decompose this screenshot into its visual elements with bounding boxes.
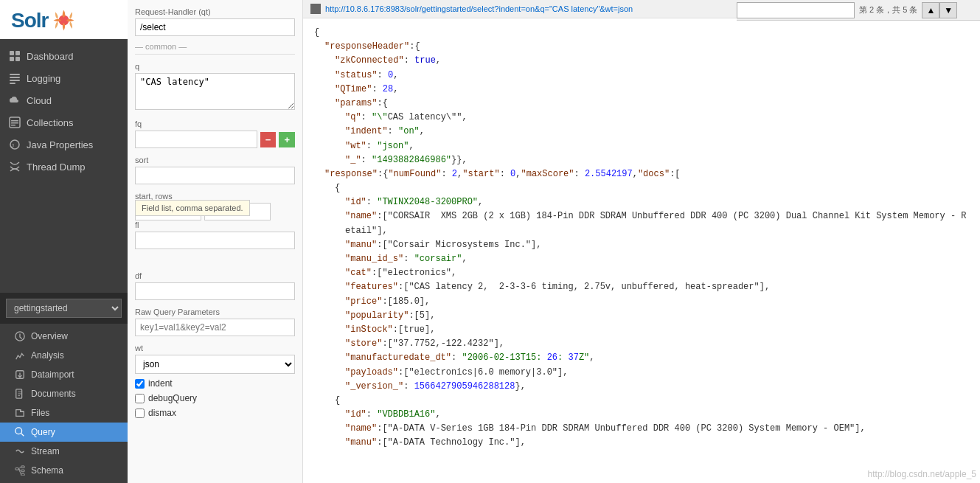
debug-label: debugQuery [148,393,197,403]
cloud-icon [9,94,21,106]
svg-rect-1 [10,51,14,55]
indent-checkbox[interactable] [135,379,145,389]
sidebar-label-logging: Logging [27,73,60,84]
overview-icon [15,331,25,341]
search-down-button[interactable]: ▼ [939,2,957,18]
core-selector: gettingstarted [0,293,128,324]
fl-label: fl [135,220,295,229]
query-icon [15,427,25,437]
svg-point-25 [315,7,316,7]
thread-icon [9,161,21,173]
dismax-label: dismax [148,408,176,418]
svg-rect-21 [21,470,24,472]
fl-input[interactable] [135,232,295,249]
sidebar-label-dashboard: Dashboard [27,51,74,62]
core-nav: Overview Analysis Dataimport Documents F… [0,324,128,483]
documents-icon [15,389,25,399]
q-label: q [135,62,295,71]
svg-rect-10 [11,120,18,122]
core-nav-stream[interactable]: Stream [0,442,128,461]
wt-row: json xml csv python ruby php [135,355,295,374]
common-divider: — common — [135,42,295,55]
svg-rect-6 [10,77,20,78]
raw-params-label: Raw Query Parameters [135,307,295,316]
sidebar-nav: Dashboard Logging Cloud Collections J Ja… [0,39,128,293]
stream-icon [15,446,25,456]
svg-text:J: J [11,142,14,149]
search-info: 第 2 条，共 5 条 [859,4,917,15]
sidebar-item-dashboard[interactable]: Dashboard [0,45,128,67]
top-search-input[interactable]: CAS latency [737,2,855,18]
dashboard-icon [9,50,21,62]
wt-select[interactable]: json xml csv python ruby php [135,355,295,374]
debug-checkbox[interactable] [135,394,145,403]
svg-point-18 [15,428,22,434]
collections-icon [9,117,21,128]
files-icon [15,408,25,418]
url-text: http://10.8.6.176:8983/solr/gettingstart… [325,4,633,13]
svg-rect-11 [11,122,18,124]
url-icon [310,4,321,14]
fq-input[interactable] [135,131,257,148]
fq-minus-button[interactable]: − [260,132,277,147]
core-nav-dataimport[interactable]: Dataimport [0,365,128,384]
fq-row: − + [135,131,295,148]
java-icon: J [9,139,21,150]
svg-rect-2 [15,51,20,55]
svg-rect-20 [21,466,24,468]
fq-label: fq [135,119,295,128]
wt-label: wt [135,344,295,352]
sidebar-item-java-properties[interactable]: J Java Properties [0,133,128,156]
schema-icon [15,465,25,476]
svg-rect-8 [10,83,15,84]
handler-label: Request-Handler (qt) [135,7,295,16]
indent-label: indent [148,378,173,389]
core-nav-analysis[interactable]: Analysis [0,346,128,365]
sidebar-logo: Solr [0,0,128,39]
svg-rect-19 [15,468,18,470]
sidebar-item-logging[interactable]: Logging [0,67,128,89]
core-nav-documents[interactable]: Documents [0,384,128,403]
core-nav-files[interactable]: Files [0,403,128,423]
dataimport-icon [15,369,25,380]
sidebar-label-java: Java Properties [27,139,93,150]
svg-rect-3 [10,57,14,61]
right-panel: http://10.8.6.176:8983/solr/gettingstart… [303,0,980,483]
fq-plus-button[interactable]: + [279,132,295,147]
middle-panel: Request-Handler (qt) — common — q "CAS l… [128,0,303,483]
dismax-row: dismax [135,408,295,418]
sidebar-label-collections: Collections [27,117,74,128]
sidebar-label-thread: Thread Dump [27,161,85,173]
core-nav-schema[interactable]: Schema [0,461,128,480]
logging-icon [9,72,21,84]
sidebar-item-thread-dump[interactable]: Thread Dump [0,156,128,178]
sidebar-item-collections[interactable]: Collections [0,111,128,133]
sort-label: sort [135,156,295,164]
handler-input[interactable] [135,18,295,36]
svg-rect-22 [21,473,24,476]
core-nav-overview[interactable]: Overview [0,327,128,346]
dismax-checkbox[interactable] [135,409,145,418]
sort-input[interactable] [135,167,295,184]
core-nav-query[interactable]: Query [0,423,128,442]
analysis-icon [15,350,25,361]
svg-rect-12 [11,125,15,126]
sidebar: Solr Dashboard Logging [0,0,128,483]
fl-tooltip: Field list, comma separated. [135,200,250,216]
indent-row: indent [135,378,295,389]
solr-logo-text: Solr [11,9,48,32]
raw-params-input[interactable] [135,319,295,336]
json-output: {"responseHeader":{"zkConnected": true,"… [303,18,980,483]
debug-row: debugQuery [135,393,295,403]
svg-rect-4 [15,57,20,61]
svg-rect-5 [10,74,20,75]
main-layout: Solr Dashboard Logging [0,0,980,483]
search-up-button[interactable]: ▲ [922,2,939,18]
sidebar-item-cloud[interactable]: Cloud [0,89,128,111]
sidebar-label-cloud: Cloud [27,95,52,106]
df-input[interactable] [135,282,295,300]
fl-section: fl Field list, comma separated. [135,220,295,249]
q-input[interactable]: "CAS latency" [135,73,295,110]
core-select[interactable]: gettingstarted [6,299,122,318]
svg-rect-7 [10,80,20,81]
